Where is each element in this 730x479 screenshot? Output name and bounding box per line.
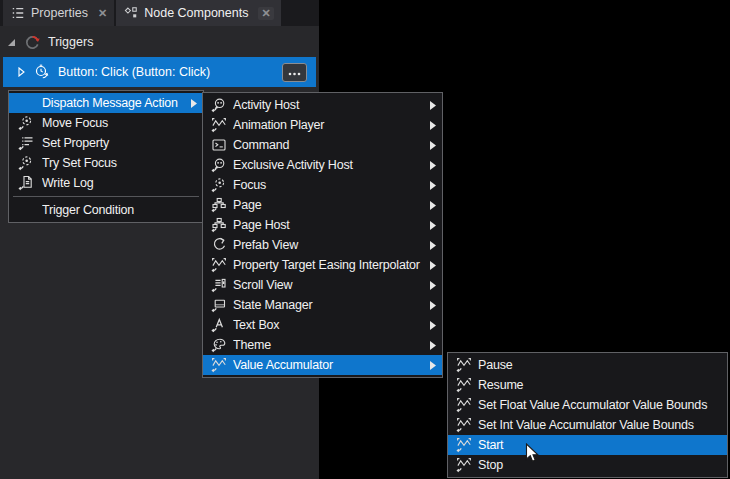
expander-collapsed-icon[interactable] [18, 67, 25, 77]
menu-item-label: State Manager [233, 298, 424, 312]
submenu-arrow-icon [430, 361, 437, 370]
write-log-icon [16, 175, 35, 191]
submenu-arrow-icon [430, 341, 437, 350]
menu-item-label: Stop [478, 458, 709, 472]
activity-host-icon [210, 157, 227, 173]
menu-item-label: Animation Player [233, 118, 424, 132]
button-click-icon [34, 64, 50, 80]
page-icon [210, 197, 227, 213]
icon-placeholder [16, 202, 35, 218]
menu-item-text-box[interactable]: Text Box [203, 315, 442, 335]
submenu-arrow-icon [430, 241, 437, 250]
theme-icon [210, 337, 227, 353]
node-components-icon [124, 6, 138, 20]
menu-item-label: Page [233, 198, 424, 212]
menu-item-label: Exclusive Activity Host [233, 158, 424, 172]
submenu-arrow-icon [430, 101, 437, 110]
wave-icon [455, 437, 472, 453]
submenu-arrow-icon [191, 99, 198, 108]
submenu-arrow-icon [430, 121, 437, 130]
menu-item-label: Command [233, 138, 424, 152]
wave-icon [210, 117, 227, 133]
menu-item-pause[interactable]: Pause [448, 355, 727, 375]
menu-item-label: Move Focus [42, 116, 185, 130]
menu-item-label: Theme [233, 338, 424, 352]
trigger-item-label: Button: Click (Button: Click) [58, 65, 210, 79]
menu-item-animation-player[interactable]: Animation Player [203, 115, 442, 135]
prefab-icon [210, 237, 227, 253]
menu-item-label: Page Host [233, 218, 424, 232]
close-icon[interactable]: ✕ [258, 7, 273, 20]
triggers-section-header[interactable]: Triggers [0, 30, 319, 54]
tab-bar: Properties✕Node Components✕ [0, 0, 319, 26]
submenu-arrow-icon [430, 181, 437, 190]
wave-icon [210, 357, 227, 373]
menu-item-set-float-value-accumulator-value-bounds[interactable]: Set Float Value Accumulator Value Bounds [448, 395, 727, 415]
menu-item-set-int-value-accumulator-value-bounds[interactable]: Set Int Value Accumulator Value Bounds [448, 415, 727, 435]
menu-item-scroll-view[interactable]: Scroll View [203, 275, 442, 295]
page-icon [210, 217, 227, 233]
menu-item-focus[interactable]: Focus [203, 175, 442, 195]
menu-item-label: Write Log [42, 176, 185, 190]
set-property-icon [16, 135, 35, 151]
icon-placeholder [16, 95, 35, 111]
triggers-icon [25, 35, 40, 50]
menu-item-label: Pause [478, 358, 709, 372]
text-box-icon [210, 317, 227, 333]
menu-item-set-property[interactable]: Set Property [9, 133, 203, 153]
focus-icon [16, 115, 35, 131]
menu-item-dispatch-message-action[interactable]: Dispatch Message Action [9, 93, 203, 113]
menu-item-label: Scroll View [233, 278, 424, 292]
trigger-item-button-click[interactable]: Button: Click (Button: Click) [3, 57, 316, 87]
scroll-view-icon [210, 277, 227, 293]
menu-item-stop[interactable]: Stop [448, 455, 727, 475]
menu-item-resume[interactable]: Resume [448, 375, 727, 395]
expander-expanded-icon[interactable] [7, 38, 16, 47]
menu-item-theme[interactable]: Theme [203, 335, 442, 355]
menu-item-try-set-focus[interactable]: Try Set Focus [9, 153, 203, 173]
menu-item-label: Property Target Easing Interpolator [233, 258, 424, 272]
menu-item-command[interactable]: Command [203, 135, 442, 155]
submenu-arrow-icon [430, 221, 437, 230]
dispatch-message-submenu: Activity HostAnimation PlayerCommandExcl… [202, 92, 443, 378]
menu-item-label: Value Accumulator [233, 358, 424, 372]
trigger-more-options-button[interactable] [282, 63, 307, 82]
wave-icon [455, 357, 472, 373]
wave-icon [455, 417, 472, 433]
menu-item-page-host[interactable]: Page Host [203, 215, 442, 235]
menu-item-move-focus[interactable]: Move Focus [9, 113, 203, 133]
wave-icon [210, 257, 227, 273]
menu-item-prefab-view[interactable]: Prefab View [203, 235, 442, 255]
submenu-arrow-icon [430, 321, 437, 330]
close-icon[interactable]: ✕ [98, 7, 107, 20]
menu-item-label: Activity Host [233, 98, 424, 112]
activity-host-icon [210, 97, 227, 113]
tab-label: Properties [31, 6, 88, 20]
menu-item-label: Set Float Value Accumulator Value Bounds [478, 398, 709, 412]
menu-item-label: Text Box [233, 318, 424, 332]
menu-item-property-target-easing-interpolator[interactable]: Property Target Easing Interpolator [203, 255, 442, 275]
menu-item-write-log[interactable]: Write Log [9, 173, 203, 193]
menu-item-trigger-condition[interactable]: Trigger Condition [9, 200, 203, 220]
tab-node-components[interactable]: Node Components✕ [116, 0, 280, 26]
menu-separator [13, 196, 199, 197]
state-manager-icon [210, 297, 227, 313]
menu-item-state-manager[interactable]: State Manager [203, 295, 442, 315]
properties-icon [11, 6, 25, 20]
menu-item-label: Start [478, 438, 709, 452]
menu-item-exclusive-activity-host[interactable]: Exclusive Activity Host [203, 155, 442, 175]
menu-item-value-accumulator[interactable]: Value Accumulator [203, 355, 442, 375]
menu-item-label: Trigger Condition [42, 203, 185, 217]
tab-properties[interactable]: Properties✕ [3, 0, 114, 26]
menu-item-start[interactable]: Start [448, 435, 727, 455]
focus-icon [210, 177, 227, 193]
value-accumulator-submenu: PauseResumeSet Float Value Accumulator V… [447, 352, 728, 478]
wave-icon [455, 377, 472, 393]
ellipsis-icon [288, 65, 301, 79]
submenu-arrow-icon [430, 261, 437, 270]
menu-item-page[interactable]: Page [203, 195, 442, 215]
command-icon [210, 137, 227, 153]
wave-icon [455, 457, 472, 473]
menu-item-activity-host[interactable]: Activity Host [203, 95, 442, 115]
wave-icon [455, 397, 472, 413]
